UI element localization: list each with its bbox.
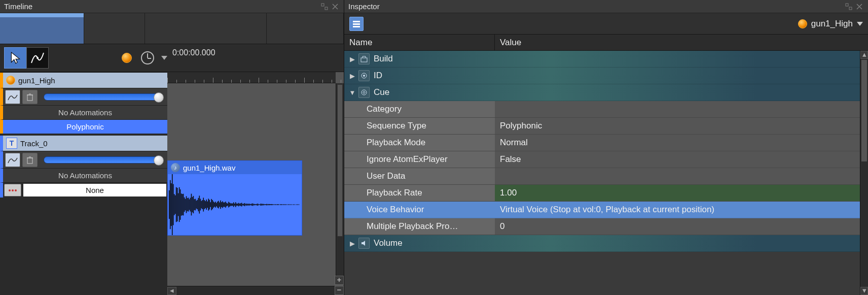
svg-rect-35	[196, 201, 197, 209]
column-value-header[interactable]: Value	[495, 35, 868, 50]
collapse-icon[interactable]: ▼	[346, 89, 358, 96]
cue-sequence-row[interactable]: Polyphonic	[0, 119, 167, 134]
prop-user-data[interactable]: User Data	[344, 168, 860, 185]
track-envelope-button[interactable]	[5, 153, 20, 167]
track-header-column: gun1_High No Automations Polyphonic T Tr…	[0, 72, 167, 295]
svg-rect-75	[236, 204, 237, 206]
audio-file-icon: ♪	[171, 163, 180, 172]
track-header[interactable]: T Track_0	[0, 136, 167, 151]
timeline-vertical-scrollbar[interactable]	[336, 83, 344, 280]
clock-icon[interactable]	[141, 51, 154, 64]
svg-rect-47	[208, 199, 209, 210]
audio-clip[interactable]: ♪ gun1_High.wav	[167, 160, 302, 236]
track-automations-row[interactable]: No Automations	[0, 168, 167, 182]
volume-icon	[358, 238, 370, 249]
track-effect-value[interactable]: None	[23, 184, 166, 196]
close-icon[interactable]	[331, 2, 340, 11]
svg-rect-48	[209, 200, 210, 209]
expand-icon[interactable]: ▶	[346, 55, 358, 63]
svg-rect-61	[222, 201, 223, 208]
expand-icon[interactable]: ▶	[346, 240, 358, 247]
track-delete-button[interactable]	[22, 153, 38, 167]
clock-menu-dropdown-icon[interactable]	[161, 56, 167, 60]
prop-playback-mode[interactable]: Playback ModeNormal	[344, 135, 860, 151]
track-volume-slider[interactable]	[40, 154, 167, 166]
timeline-overview[interactable]	[0, 13, 344, 44]
svg-rect-46	[207, 202, 208, 208]
prop-ignore-atomexplayer[interactable]: Ignore AtomExPlayerFalse	[344, 151, 860, 168]
svg-rect-131	[293, 205, 294, 205]
svg-rect-83	[244, 203, 245, 206]
inspector-scrollbar[interactable]: ▴ ▾	[860, 51, 868, 295]
effect-selector-button[interactable]	[4, 184, 21, 196]
svg-rect-72	[233, 203, 234, 207]
svg-rect-3	[27, 95, 32, 101]
inspector-panel: Inspector gun1_High Name Value ▶Build	[344, 0, 868, 295]
curve-tool-button[interactable]	[26, 47, 49, 69]
list-view-button[interactable]	[349, 17, 364, 31]
svg-rect-94	[256, 204, 257, 205]
cue-automations-row[interactable]: No Automations	[0, 105, 167, 119]
svg-rect-17	[178, 193, 179, 216]
svg-rect-44	[205, 201, 206, 208]
track-effect-row: None	[0, 182, 167, 198]
svg-rect-68	[229, 203, 230, 207]
svg-rect-51	[212, 200, 213, 209]
svg-rect-108	[269, 204, 270, 205]
svg-rect-127	[288, 204, 290, 205]
svg-rect-101	[263, 204, 264, 206]
svg-rect-24	[185, 199, 186, 211]
expand-icon[interactable]: ▶	[346, 72, 358, 80]
cue-delete-button[interactable]	[22, 90, 38, 104]
svg-rect-138	[846, 4, 848, 6]
timeline-horizontal-scrollbar[interactable]: ◂	[167, 286, 335, 295]
prop-playback-rate[interactable]: Playback Rate1.00	[344, 185, 860, 202]
zoom-in-button[interactable]: +	[335, 276, 344, 285]
inspector-object-selector[interactable]: gun1_High	[798, 19, 863, 29]
group-volume[interactable]: ▶Volume	[344, 235, 860, 252]
inspector-columns-header: Name Value	[344, 35, 868, 51]
prop-multiple-playback[interactable]: Multiple Playback Pro…0	[344, 218, 860, 235]
svg-rect-120	[281, 204, 282, 205]
scroll-up-icon[interactable]: ▴	[860, 51, 868, 59]
prop-category[interactable]: Category	[344, 101, 860, 118]
prop-sequence-type[interactable]: Sequence TypePolyphonic	[344, 118, 860, 135]
svg-rect-142	[353, 26, 360, 27]
scroll-left-icon[interactable]: ◂	[167, 287, 176, 295]
zoom-out-button[interactable]: −	[335, 286, 344, 295]
timeline-lane-area[interactable]: ♪ gun1_High.wav + − ◂	[167, 72, 344, 295]
svg-rect-124	[285, 204, 286, 205]
cue-header[interactable]: gun1_High	[0, 73, 167, 88]
group-build[interactable]: ▶Build	[344, 51, 860, 68]
select-tool-button[interactable]	[4, 47, 26, 69]
group-id[interactable]: ▶ID	[344, 68, 860, 84]
svg-rect-18	[179, 187, 180, 222]
object-dropdown-icon[interactable]	[857, 22, 863, 26]
prop-voice-behavior[interactable]: Voice BehaviorVirtual Voice (Stop at vol…	[344, 202, 860, 218]
svg-rect-106	[268, 204, 269, 205]
svg-rect-62	[223, 203, 224, 207]
svg-rect-9	[170, 180, 171, 229]
svg-rect-42	[203, 198, 204, 211]
svg-rect-89	[250, 204, 251, 205]
svg-rect-31	[192, 197, 193, 212]
scroll-down-icon[interactable]: ▾	[860, 287, 868, 295]
svg-point-146	[361, 90, 367, 95]
svg-rect-8	[169, 190, 170, 219]
svg-rect-60	[221, 202, 222, 207]
inspector-close-icon[interactable]	[855, 2, 864, 11]
svg-rect-73	[234, 204, 235, 206]
cue-name: gun1_High	[18, 76, 55, 85]
svg-rect-67	[228, 202, 229, 208]
group-cue[interactable]: ▼Cue	[344, 84, 860, 101]
svg-rect-130	[292, 205, 293, 205]
audio-clip-filename: gun1_High.wav	[183, 163, 235, 172]
svg-rect-74	[235, 202, 236, 207]
cue-volume-slider[interactable]	[40, 91, 167, 103]
inspector-maximize-icon[interactable]	[844, 2, 853, 11]
record-indicator-icon[interactable]	[122, 53, 132, 63]
envelope-button[interactable]	[5, 90, 20, 104]
time-ruler[interactable]	[167, 72, 336, 83]
maximize-icon[interactable]	[320, 2, 329, 11]
column-name-header[interactable]: Name	[344, 35, 495, 50]
